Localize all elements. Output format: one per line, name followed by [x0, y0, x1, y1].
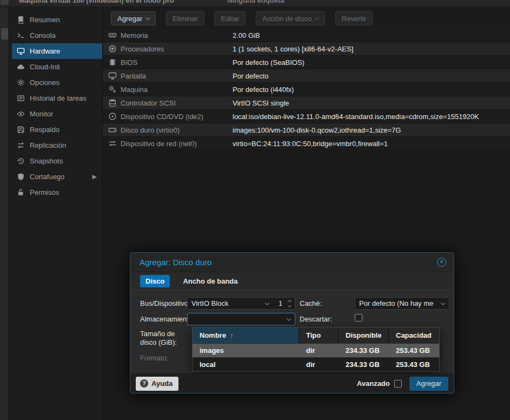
- sidebar-item-respaldo[interactable]: Respaldo: [12, 122, 102, 137]
- bus-device-field[interactable]: VirtIO Block 1: [187, 297, 295, 310]
- cache-field[interactable]: Por defecto (No hay me: [355, 297, 449, 310]
- dialog-header[interactable]: Agregar: Disco duro ×: [130, 253, 454, 272]
- replication-arrows-icon: [16, 141, 25, 149]
- hw-row-value: Por defecto: [233, 72, 510, 80]
- chevron-up-icon[interactable]: [288, 299, 292, 303]
- column-header-disponible[interactable]: Disponible: [339, 327, 389, 343]
- advanced-checkbox[interactable]: [394, 380, 402, 388]
- sidebar-item-label: Historial de tareas: [30, 94, 87, 102]
- column-label: Tipo: [306, 331, 321, 339]
- column-header-tipo[interactable]: Tipo: [299, 327, 339, 343]
- sidebar-item-historial-de-tareas[interactable]: Historial de tareas: [12, 90, 102, 106]
- sidebar-item-cloud-init[interactable]: Cloud-Init: [12, 59, 102, 75]
- storage-dropdown-grid: Nombre↑ Tipo Disponible Capacidad images…: [192, 327, 440, 372]
- storage-option-images[interactable]: images dir 234.33 GB 253.43 GB: [193, 343, 439, 357]
- table-row-pantalla[interactable]: Pantalla Por defecto: [103, 69, 510, 83]
- chevron-down-icon[interactable]: [288, 303, 292, 307]
- sidebar-item-permisos[interactable]: Permisos: [12, 185, 102, 200]
- chevron-down-icon: [145, 15, 150, 19]
- chevron-down-icon[interactable]: [265, 300, 269, 305]
- hw-row-value: 2.00 GiB: [233, 31, 510, 40]
- close-icon[interactable]: ×: [437, 258, 446, 267]
- table-row-controlador-scsi[interactable]: Controlador SCSI VirtIO SCSI single: [103, 96, 510, 110]
- sidebar-item-monitor[interactable]: Monitor: [12, 106, 102, 122]
- gears-icon: [108, 85, 117, 94]
- sidebar-item-label: Resumen: [30, 16, 60, 24]
- cell-nombre: local: [193, 358, 299, 371]
- sidebar-item-label: Monitor: [30, 110, 53, 118]
- table-row-maquina[interactable]: Maquina Por defecto (i440fx): [103, 83, 510, 96]
- sidebar-item-cortafuego[interactable]: Cortafuego ▶: [12, 169, 102, 185]
- hw-row-label: Procesadores: [121, 45, 233, 53]
- left-scrollbar-track[interactable]: [0, 7, 9, 420]
- floppy-icon: [16, 126, 25, 134]
- dialog-body: Bus/Dispositivo: VirtIO Block 1 Caché: P…: [130, 290, 454, 375]
- bus-number[interactable]: 1: [273, 299, 288, 307]
- hw-row-label: Dispositivo CD/DVD (ide2): [121, 113, 233, 121]
- hw-row-label: Dispositivo de red (net0): [121, 140, 233, 148]
- table-row-bios[interactable]: BIOS Por defecto (SeaBIOS): [103, 56, 510, 69]
- sort-ascending-icon: ↑: [230, 331, 234, 339]
- column-label: Nombre: [200, 331, 226, 339]
- button-label: Eliminar: [173, 15, 198, 23]
- left-scrollbar-thumb[interactable]: [1, 28, 8, 40]
- unlock-icon: [16, 188, 25, 196]
- sidebar-item-label: Respaldo: [30, 126, 59, 134]
- agregar-button[interactable]: Agregar: [111, 11, 156, 25]
- tags-label[interactable]: Ninguna etiqueta: [227, 0, 284, 4]
- disk-size-label: Tamaño de disco (GiB):: [140, 330, 190, 347]
- cloud-icon: [16, 63, 25, 71]
- sidebar-item-label: Permisos: [30, 188, 59, 196]
- hw-row-label: Disco duro (virtio0): [121, 126, 233, 134]
- chevron-down-icon[interactable]: [441, 300, 445, 305]
- sidebar-item-opciones[interactable]: Opciones: [12, 75, 102, 90]
- hw-row-label: Maquina: [121, 86, 233, 94]
- dialog-footer: ? Ayuda Avanzado Agregar: [130, 373, 454, 393]
- column-header-capacidad[interactable]: Capacidad: [389, 327, 439, 343]
- submit-agregar-button[interactable]: Agregar: [409, 377, 448, 391]
- sidebar-item-hardware[interactable]: Hardware: [12, 43, 102, 59]
- cell-tipo: dir: [299, 344, 339, 357]
- sidebar-item-snapshots[interactable]: Snapshots: [12, 153, 102, 169]
- table-row-cd-dvd[interactable]: Dispositivo CD/DVD (ide2) local:iso/debi…: [103, 110, 510, 123]
- terminal-icon: [16, 31, 25, 40]
- display-icon: [16, 47, 25, 55]
- sidebar-item-label: Replicación: [30, 141, 66, 149]
- storage-label: Almacenamiento:: [140, 315, 194, 323]
- column-header-nombre[interactable]: Nombre↑: [193, 327, 299, 343]
- button-label: Revertir: [342, 15, 367, 23]
- memory-icon: [108, 31, 117, 40]
- help-button[interactable]: ? Ayuda: [136, 377, 178, 391]
- sidebar-item-consola[interactable]: Consola: [12, 28, 102, 43]
- hw-row-value: images:100/vm-100-disk-0.qcow2,iothread=…: [233, 126, 510, 134]
- accion-de-disco-button[interactable]: Acción de disco: [256, 11, 325, 25]
- hw-row-value: virtio=BC:24:11:93:0C:50,bridge=vmbr0,fi…: [233, 140, 510, 148]
- discard-checkbox[interactable]: [355, 314, 362, 321]
- scrollbar-top-thumb[interactable]: [1, 0, 9, 5]
- eliminar-button[interactable]: Eliminar: [166, 11, 204, 25]
- tab-ancho-de-banda[interactable]: Ancho de banda: [177, 275, 243, 287]
- table-row-memoria[interactable]: Memoria 2.00 GiB: [103, 29, 510, 42]
- eye-icon: [16, 110, 25, 118]
- table-row-red[interactable]: Dispositivo de red (net0) virtio=BC:24:1…: [103, 137, 510, 150]
- question-icon: ?: [140, 379, 148, 388]
- chevron-down-icon[interactable]: [287, 316, 291, 320]
- storage-option-local[interactable]: local dir 234.33 GB 253.43 GB: [193, 357, 439, 371]
- cell-disponible: 234.33 GB: [339, 358, 389, 371]
- revertir-button[interactable]: Revertir: [335, 11, 373, 25]
- editar-button[interactable]: Editar: [214, 11, 246, 25]
- table-row-disco-duro[interactable]: Disco duro (virtio0) images:100/vm-100-d…: [103, 123, 510, 137]
- table-row-procesadores[interactable]: Procesadores 1 (1 sockets, 1 cores) [x86…: [103, 42, 510, 56]
- storage-combo[interactable]: [187, 313, 295, 325]
- sidebar-item-label: Snapshots: [30, 157, 63, 165]
- number-spinner[interactable]: [288, 300, 291, 307]
- sidebar-item-label: Hardware: [30, 47, 60, 55]
- hw-row-label: Controlador SCSI: [121, 99, 233, 107]
- format-label: Formato:: [140, 354, 168, 362]
- sidebar-item-replicacion[interactable]: Replicación: [12, 137, 102, 153]
- cell-disponible: 234.33 GB: [339, 344, 389, 357]
- book-icon: [16, 16, 25, 24]
- tab-disco[interactable]: Disco: [140, 275, 170, 287]
- page-title: Máquina virtual 100 (vmdebian) en el nod…: [19, 0, 174, 4]
- sidebar-item-resumen[interactable]: Resumen: [12, 12, 102, 28]
